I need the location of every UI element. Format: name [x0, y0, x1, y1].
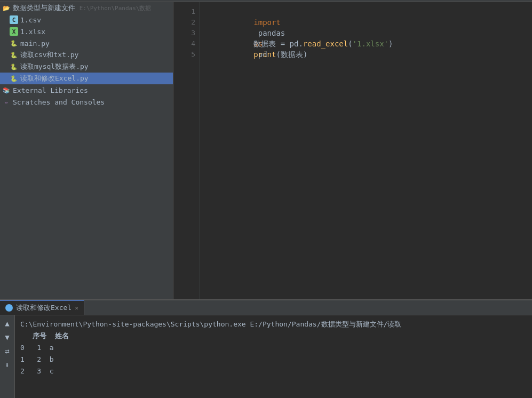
run-tab-icon — [5, 304, 13, 312]
editor-area: 1 2 3 4 5 import pandas as pd 数据表 = p — [173, 2, 532, 299]
read-mysql-py-label: 读取mysql数据表.py — [20, 62, 89, 71]
bottom-content: ▲ ▼ ⇄ ⬇ C:\Environment\Python-site-packa… — [0, 315, 532, 398]
scroll-down-button[interactable]: ▼ — [2, 331, 13, 343]
code-line-1: import pandas as pd — [209, 6, 528, 17]
keyword-import: import — [253, 18, 281, 27]
console-line-2: 序号 姓名 — [20, 330, 527, 342]
external-libraries-label: External Libraries — [13, 86, 88, 94]
py-file-icon-readmysql: 🐍 — [10, 62, 18, 71]
save-output-button[interactable]: ⬇ — [2, 359, 13, 371]
sidebar-item-root-folder[interactable]: 📂 数据类型与新建文件 E:\Python\Pandas\数据 — [0, 2, 173, 14]
sidebar-item-main-py[interactable]: 🐍 main.py — [0, 37, 173, 49]
line-numbers: 1 2 3 4 5 — [173, 2, 200, 299]
sidebar: 📂 数据类型与新建文件 E:\Python\Pandas\数据 C 1.csv … — [0, 2, 173, 299]
external-libraries-icon: 📚 — [2, 86, 11, 94]
py-file-icon-readcsv: 🐍 — [10, 51, 18, 59]
xlsx-file-icon: X — [10, 27, 18, 36]
sidebar-item-read-csv-py[interactable]: 🐍 读取csv和txt.py — [0, 49, 173, 61]
main-py-label: main.py — [20, 39, 50, 47]
tab-label: 读取和修改Excel — [16, 303, 72, 313]
bottom-sidebar-controls: ▲ ▼ ⇄ ⬇ — [0, 315, 15, 398]
scroll-up-button[interactable]: ▲ — [2, 317, 13, 329]
bottom-tab-run[interactable]: 读取和修改Excel × — [0, 300, 84, 315]
sidebar-item-read-mysql-py[interactable]: 🐍 读取mysql数据表.py — [0, 61, 173, 73]
scratches-icon: ✏️ — [2, 98, 11, 106]
svg-point-0 — [6, 305, 12, 311]
sidebar-item-read-excel-py[interactable]: 🐍 读取和修改Excel.py — [0, 73, 173, 84]
sidebar-item-scratches[interactable]: ✏️ Scratches and Consoles — [0, 96, 173, 108]
csv-file-icon: C — [10, 15, 18, 24]
py-file-icon-main: 🐍 — [10, 39, 18, 47]
console-output: C:\Environment\Python-site-packages\Scri… — [15, 315, 532, 398]
root-folder-label: 数据类型与新建文件 E:\Python\Pandas\数据 — [13, 3, 151, 13]
sidebar-item-csv[interactable]: C 1.csv — [0, 14, 173, 26]
scratches-label: Scratches and Consoles — [13, 98, 105, 106]
xlsx-file-label: 1.xlsx — [20, 28, 45, 36]
wrap-button[interactable]: ⇄ — [2, 345, 13, 357]
bottom-tabs-bar: 读取和修改Excel × — [0, 300, 532, 315]
code-editor[interactable]: 1 2 3 4 5 import pandas as pd 数据表 = p — [173, 2, 532, 299]
tab-close-button[interactable]: × — [75, 305, 78, 312]
bottom-panel: 读取和修改Excel × ▲ ▼ ⇄ ⬇ C:\Environment\Pyth… — [0, 299, 532, 398]
console-line-4: 1 2 b — [20, 354, 527, 365]
folder-open-icon: 📂 — [2, 4, 11, 12]
sidebar-tree: 📂 数据类型与新建文件 E:\Python\Pandas\数据 C 1.csv … — [0, 2, 173, 299]
console-line-5: 2 3 c — [20, 365, 527, 377]
console-line-3: 0 1 a — [20, 342, 527, 354]
console-line-1: C:\Environment\Python-site-packages\Scri… — [20, 319, 527, 330]
py-file-icon-readexcel: 🐍 — [10, 74, 18, 83]
main-content: 📂 数据类型与新建文件 E:\Python\Pandas\数据 C 1.csv … — [0, 2, 532, 299]
read-excel-py-label: 读取和修改Excel.py — [20, 74, 89, 83]
sidebar-item-external-libraries[interactable]: 📚 External Libraries — [0, 84, 173, 96]
csv-file-label: 1.csv — [20, 16, 41, 24]
sidebar-item-xlsx[interactable]: X 1.xlsx — [0, 26, 173, 37]
code-content[interactable]: import pandas as pd 数据表 = pd.read_excel(… — [200, 2, 532, 299]
read-csv-py-label: 读取csv和txt.py — [20, 50, 78, 60]
